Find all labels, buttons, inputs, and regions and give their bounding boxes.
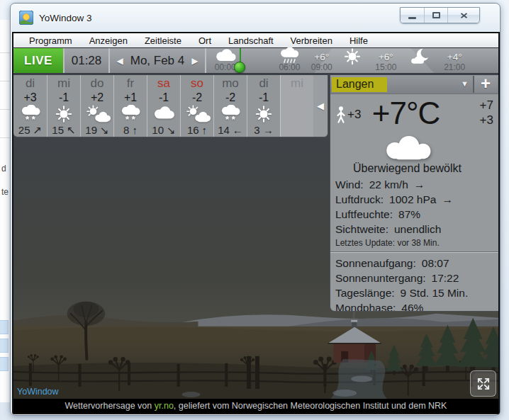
timeline-time-label: 21:00 [444,62,465,72]
maximize-icon [432,12,440,18]
svg-text:* *: * * [26,114,36,123]
high-low-temps: +7 +3 [480,98,493,127]
maximize-button[interactable] [424,8,447,23]
day-temp: -1 [59,91,69,105]
weather-scene: di +3 * * 25↗ mi -1 15↖ do +2 [13,74,498,399]
yowindow-link[interactable]: YoWindow [17,387,59,397]
timeline-temp: +6° [379,52,393,62]
day-wind: 25↗ [18,123,42,137]
menubar: Programm Anzeigen Zeitleiste Ort Landsch… [13,33,498,48]
condition-text: Überwiegend bewölkt [330,162,491,175]
location-selector[interactable]: Langen ▼ + [330,75,498,94]
day-label: sa [157,76,170,91]
day-label: mi [57,76,70,91]
bg-text-fragment: te [1,187,9,197]
empty-icon [281,91,313,110]
day-temp: -2 [225,91,235,105]
fullscreen-button[interactable] [470,370,496,397]
forecast-day-3[interactable]: do +2 19↘ [80,75,113,137]
menu-zeitleiste[interactable]: Zeitleiste [136,34,190,47]
forecast-day-9[interactable]: mi [280,75,313,137]
collapse-arrow-icon: ◀ [317,101,324,111]
live-button[interactable]: LIVE [13,48,63,73]
sun-icon [48,105,79,123]
window-controls: × [400,7,480,23]
timeline-time-label: 00:00 [215,62,236,72]
timeline-weather-icon [211,50,240,64]
partly-cloudy-icon [82,105,113,123]
strip-collapse-button[interactable]: ◀ [313,75,328,137]
current-weather-cloud-icon [369,135,447,161]
menu-verbreiten[interactable]: Verbreiten [282,34,341,47]
next-day-button[interactable]: ▶ [191,56,198,66]
forecast-day-8[interactable]: di -1 3→ [247,75,280,137]
snow-cloud-icon: * * [215,105,246,123]
forecast-day-2[interactable]: mi -1 15↖ [47,75,80,137]
add-location-button[interactable]: + [473,76,497,93]
forecast-strip: di +3 * * 25↗ mi -1 15↖ do +2 [13,75,328,137]
visibility-row: Sichtweite:unendlich [335,222,496,237]
menu-hilfe[interactable]: Hilfe [341,34,376,47]
titlebar[interactable]: YoWindow 3 × [11,4,500,32]
yrno-link[interactable]: yr.no [155,401,174,411]
current-temperature: +7°C [330,96,481,131]
menu-programm[interactable]: Programm [21,34,81,47]
location-name: Langen [336,78,374,90]
partly-cloudy-icon [181,105,213,123]
menu-ort[interactable]: Ort [190,34,220,47]
moonphase-row: Mondphase:46% [335,300,496,312]
forecast-day-5[interactable]: sa -1 10↘ [147,75,180,137]
background-window-fragment: d te [0,20,10,402]
timeline-temp: +4° [447,52,462,62]
sunset-row: Sonnenuntergang:17:22 [335,271,496,285]
prev-day-button[interactable]: ◀ [116,56,123,66]
astro-section: Sonnenaufgang:08:07 Sonnenuntergang:17:2… [330,255,498,312]
forecast-day-1[interactable]: di +3 * * 25↗ [13,75,47,137]
humidity-row: Luftfeuchte:87% [335,207,496,222]
day-label: di [26,76,35,91]
timeline-time-label: 06:00 [279,62,300,72]
weather-info-panel: Langen ▼ + +3 +7°C [330,75,498,312]
cloud-icon [148,105,179,123]
menu-anzeigen[interactable]: Anzeigen [81,34,136,47]
app-icon [19,11,33,25]
current-time: 01:28 [65,48,108,73]
day-temp: +2 [91,91,104,105]
last-update-row: Letztes Update: vor 38 Min. [330,237,498,251]
menu-landschaft[interactable]: Landschaft [220,34,282,47]
day-label: mi [291,76,303,91]
day-wind: 10↘ [152,123,175,137]
pressure-row: Luftdruck:1002 hPa→ [335,192,496,207]
date-label: Mo, Feb 4 [130,54,185,68]
sun-icon [248,105,279,123]
panel-divider [330,251,498,253]
wind-direction-arrow: → [414,178,425,191]
timeline-time-label: 09:00 [311,62,332,72]
snow-cloud-icon: * * [15,105,46,123]
day-temp: -1 [259,91,269,105]
attribution-text: Wettervorhersage von [65,401,155,411]
day-wind: 3→ [254,123,273,137]
low-temp: +3 [480,113,493,127]
timeline-weather-icon [275,50,303,64]
sunrise-row: Sonnenaufgang:08:07 [335,256,496,271]
minimize-button[interactable] [401,8,424,23]
high-temp: +7 [480,98,493,113]
chevron-down-icon[interactable]: ▼ [461,79,469,88]
close-button[interactable]: × [447,8,479,23]
timeline-weather-icon [338,50,367,64]
day-wind: 14← [218,123,243,137]
timeline-track[interactable]: +6° +6° +4° 00:00 06:00 09:00 15:00 21:0… [206,48,498,73]
svg-text:* *: * * [125,114,136,123]
app-window: YoWindow 3 × Programm Anzeigen Zeitleist… [10,3,500,416]
time-slider-knob[interactable] [234,62,245,73]
desktop: d te YoWindow 3 × [0,0,509,420]
pressure-trend-arrow: → [442,193,453,205]
window-title: YoWindow 3 [39,13,92,23]
forecast-day-6[interactable]: so -2 16↑ [180,75,213,137]
location-highlight: Langen [332,77,387,92]
forecast-day-4[interactable]: fr +1 * * 8↑ [113,75,147,137]
forecast-day-7[interactable]: mo -2 * * 14← [213,75,247,137]
day-label: fr [127,76,134,91]
timeline-temp: +6° [314,52,329,62]
